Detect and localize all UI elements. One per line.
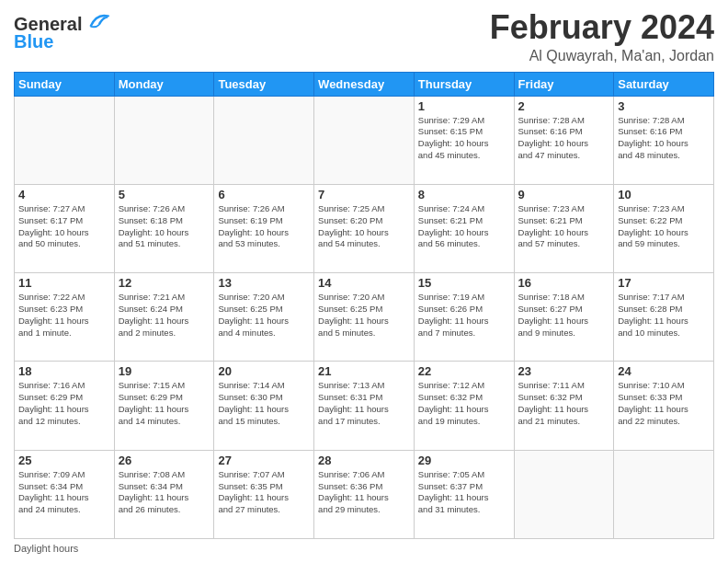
day-detail: Sunrise: 7:12 AM Sunset: 6:32 PM Dayligh… xyxy=(418,380,510,427)
day-detail: Sunrise: 7:20 AM Sunset: 6:25 PM Dayligh… xyxy=(318,292,410,339)
day-detail: Sunrise: 7:08 AM Sunset: 6:34 PM Dayligh… xyxy=(119,469,210,516)
day-detail: Sunrise: 7:26 AM Sunset: 6:19 PM Dayligh… xyxy=(218,203,310,250)
col-sunday: Sunday xyxy=(15,72,115,96)
title-area: February 2024 Al Quwayrah, Ma'an, Jordan xyxy=(490,9,714,64)
table-row: 9Sunrise: 7:23 AM Sunset: 6:21 PM Daylig… xyxy=(514,184,614,272)
table-row: 11Sunrise: 7:22 AM Sunset: 6:23 PM Dayli… xyxy=(15,273,115,362)
day-detail: Sunrise: 7:27 AM Sunset: 6:17 PM Dayligh… xyxy=(18,203,110,250)
col-wednesday: Wednesday xyxy=(314,72,415,96)
day-detail: Sunrise: 7:28 AM Sunset: 6:16 PM Dayligh… xyxy=(618,115,710,162)
month-title: February 2024 xyxy=(490,9,714,46)
table-row xyxy=(214,96,314,184)
table-row: 5Sunrise: 7:26 AM Sunset: 6:18 PM Daylig… xyxy=(114,184,214,272)
table-row: 8Sunrise: 7:24 AM Sunset: 6:21 PM Daylig… xyxy=(414,184,514,272)
day-detail: Sunrise: 7:25 AM Sunset: 6:20 PM Dayligh… xyxy=(318,203,410,250)
col-tuesday: Tuesday xyxy=(214,72,314,96)
table-row: 14Sunrise: 7:20 AM Sunset: 6:25 PM Dayli… xyxy=(314,273,415,362)
day-detail: Sunrise: 7:20 AM Sunset: 6:25 PM Dayligh… xyxy=(218,292,310,339)
table-row: 12Sunrise: 7:21 AM Sunset: 6:24 PM Dayli… xyxy=(114,273,214,362)
table-row: 1Sunrise: 7:29 AM Sunset: 6:15 PM Daylig… xyxy=(414,96,514,184)
day-number: 13 xyxy=(218,276,310,290)
calendar-table: Sunday Monday Tuesday Wednesday Thursday… xyxy=(14,72,714,539)
table-row xyxy=(614,450,714,538)
table-row: 22Sunrise: 7:12 AM Sunset: 6:32 PM Dayli… xyxy=(414,362,514,450)
day-detail: Sunrise: 7:05 AM Sunset: 6:37 PM Dayligh… xyxy=(418,469,510,516)
day-detail: Sunrise: 7:21 AM Sunset: 6:24 PM Dayligh… xyxy=(119,292,210,339)
table-row: 25Sunrise: 7:09 AM Sunset: 6:34 PM Dayli… xyxy=(15,450,115,538)
day-number: 17 xyxy=(618,276,710,290)
table-row: 26Sunrise: 7:08 AM Sunset: 6:34 PM Dayli… xyxy=(114,450,214,538)
day-number: 8 xyxy=(418,188,510,201)
day-detail: Sunrise: 7:10 AM Sunset: 6:33 PM Dayligh… xyxy=(618,380,710,427)
calendar-week-row: 25Sunrise: 7:09 AM Sunset: 6:34 PM Dayli… xyxy=(15,450,714,538)
table-row: 21Sunrise: 7:13 AM Sunset: 6:31 PM Dayli… xyxy=(314,362,415,450)
table-row: 4Sunrise: 7:27 AM Sunset: 6:17 PM Daylig… xyxy=(15,184,115,272)
day-detail: Sunrise: 7:23 AM Sunset: 6:22 PM Dayligh… xyxy=(618,203,710,250)
day-number: 4 xyxy=(18,188,110,201)
day-detail: Sunrise: 7:07 AM Sunset: 6:35 PM Dayligh… xyxy=(218,469,310,516)
day-detail: Sunrise: 7:29 AM Sunset: 6:15 PM Dayligh… xyxy=(418,115,510,162)
logo-text-blue: Blue xyxy=(14,31,53,52)
day-number: 21 xyxy=(318,364,410,378)
day-number: 25 xyxy=(18,454,110,467)
day-number: 14 xyxy=(318,276,410,290)
col-friday: Friday xyxy=(514,72,614,96)
table-row: 23Sunrise: 7:11 AM Sunset: 6:32 PM Dayli… xyxy=(514,362,614,450)
table-row: 17Sunrise: 7:17 AM Sunset: 6:28 PM Dayli… xyxy=(614,273,714,362)
table-row xyxy=(514,450,614,538)
calendar-week-row: 11Sunrise: 7:22 AM Sunset: 6:23 PM Dayli… xyxy=(15,273,714,362)
day-number: 24 xyxy=(618,364,710,378)
header: General Blue February 2024 Al Quwayrah, … xyxy=(14,9,714,64)
col-thursday: Thursday xyxy=(414,72,514,96)
day-detail: Sunrise: 7:11 AM Sunset: 6:32 PM Dayligh… xyxy=(518,380,610,427)
day-detail: Sunrise: 7:06 AM Sunset: 6:36 PM Dayligh… xyxy=(318,469,410,516)
day-number: 20 xyxy=(218,364,310,378)
table-row: 2Sunrise: 7:28 AM Sunset: 6:16 PM Daylig… xyxy=(514,96,614,184)
day-number: 2 xyxy=(518,99,610,113)
calendar-week-row: 4Sunrise: 7:27 AM Sunset: 6:17 PM Daylig… xyxy=(15,184,714,272)
table-row: 10Sunrise: 7:23 AM Sunset: 6:22 PM Dayli… xyxy=(614,184,714,272)
day-detail: Sunrise: 7:22 AM Sunset: 6:23 PM Dayligh… xyxy=(18,292,110,339)
table-row: 7Sunrise: 7:25 AM Sunset: 6:20 PM Daylig… xyxy=(314,184,415,272)
table-row: 13Sunrise: 7:20 AM Sunset: 6:25 PM Dayli… xyxy=(214,273,314,362)
table-row: 27Sunrise: 7:07 AM Sunset: 6:35 PM Dayli… xyxy=(214,450,314,538)
table-row: 29Sunrise: 7:05 AM Sunset: 6:37 PM Dayli… xyxy=(414,450,514,538)
day-detail: Sunrise: 7:15 AM Sunset: 6:29 PM Dayligh… xyxy=(119,380,210,427)
day-detail: Sunrise: 7:28 AM Sunset: 6:16 PM Dayligh… xyxy=(518,115,610,162)
table-row: 19Sunrise: 7:15 AM Sunset: 6:29 PM Dayli… xyxy=(114,362,214,450)
day-number: 7 xyxy=(318,188,410,201)
table-row: 20Sunrise: 7:14 AM Sunset: 6:30 PM Dayli… xyxy=(214,362,314,450)
day-detail: Sunrise: 7:09 AM Sunset: 6:34 PM Dayligh… xyxy=(18,469,110,516)
day-number: 6 xyxy=(218,188,310,201)
calendar-week-row: 1Sunrise: 7:29 AM Sunset: 6:15 PM Daylig… xyxy=(15,96,714,184)
day-number: 23 xyxy=(518,364,610,378)
calendar-header-row: Sunday Monday Tuesday Wednesday Thursday… xyxy=(15,72,714,96)
day-number: 5 xyxy=(119,188,210,201)
table-row: 6Sunrise: 7:26 AM Sunset: 6:19 PM Daylig… xyxy=(214,184,314,272)
day-number: 1 xyxy=(418,99,510,113)
day-number: 12 xyxy=(119,276,210,290)
day-detail: Sunrise: 7:13 AM Sunset: 6:31 PM Dayligh… xyxy=(318,380,410,427)
table-row: 16Sunrise: 7:18 AM Sunset: 6:27 PM Dayli… xyxy=(514,273,614,362)
table-row: 18Sunrise: 7:16 AM Sunset: 6:29 PM Dayli… xyxy=(15,362,115,450)
day-number: 11 xyxy=(18,276,110,290)
day-number: 29 xyxy=(418,454,510,467)
day-number: 22 xyxy=(418,364,510,378)
daylight-label: Daylight hours xyxy=(14,543,78,554)
footer-note: Daylight hours xyxy=(14,543,714,554)
day-number: 15 xyxy=(418,276,510,290)
col-monday: Monday xyxy=(114,72,214,96)
table-row xyxy=(314,96,415,184)
col-saturday: Saturday xyxy=(614,72,714,96)
table-row: 24Sunrise: 7:10 AM Sunset: 6:33 PM Dayli… xyxy=(614,362,714,450)
day-number: 26 xyxy=(119,454,210,467)
day-number: 9 xyxy=(518,188,610,201)
calendar-week-row: 18Sunrise: 7:16 AM Sunset: 6:29 PM Dayli… xyxy=(15,362,714,450)
day-detail: Sunrise: 7:17 AM Sunset: 6:28 PM Dayligh… xyxy=(618,292,710,339)
day-number: 16 xyxy=(518,276,610,290)
day-detail: Sunrise: 7:14 AM Sunset: 6:30 PM Dayligh… xyxy=(218,380,310,427)
day-number: 10 xyxy=(618,188,710,201)
table-row xyxy=(114,96,214,184)
logo-bird-icon xyxy=(84,9,109,35)
page: General Blue February 2024 Al Quwayrah, … xyxy=(0,0,728,563)
